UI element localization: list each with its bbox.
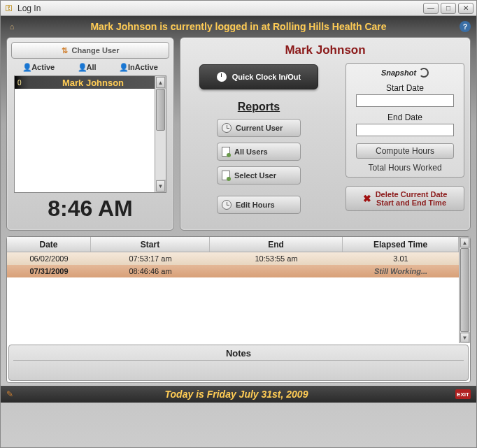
change-user-button[interactable]: ⇅ Change User [11, 42, 169, 59]
user-list-scrollbar[interactable]: ▲ ▼ [155, 76, 166, 192]
snapshot-column: Snapshot Start Date End Date Compute Hou… [346, 63, 464, 214]
scroll-down-icon[interactable]: ▼ [156, 180, 165, 192]
footer-icon: ✎ [6, 389, 17, 399]
edit-hours-label: Edit Hours [236, 201, 275, 209]
home-icon[interactable]: ⌂ [6, 21, 17, 32]
main-panel: Mark Johnson Quick Clock In/Out Reports … [180, 37, 471, 231]
footer-text: Today is Friday July 31st, 2009 [17, 389, 455, 400]
time-table: Date Start End Elapsed Time 06/02/2009 0… [6, 236, 471, 383]
footer: ✎ Today is Friday July 31st, 2009 EXIT [1, 386, 476, 403]
person-icon: 👤 [119, 63, 126, 71]
scroll-up-icon[interactable]: ▲ [156, 77, 165, 88]
titlebar: ⚿ Log In — □ ✕ [1, 1, 476, 16]
current-user-button[interactable]: Current User [217, 119, 301, 137]
td-elapsed: Still Working... [343, 267, 459, 275]
user-list-row-selected[interactable]: 0 Mark Johnson [15, 76, 155, 89]
delete-current-button[interactable]: ✖ Delete Current Date Start and End Time [346, 186, 464, 211]
td-start: 08:46:46 am [91, 267, 210, 275]
user-panel: ⇅ Change User 👤 Active 👤 All 👤 InActive [6, 37, 174, 231]
help-icon[interactable]: ? [460, 21, 471, 32]
filter-all-label: All [87, 63, 97, 71]
person-icon: 👤 [78, 63, 85, 71]
banner-text: Mark Johnson is currently logged in at R… [17, 21, 460, 32]
key-icon: ⚿ [3, 4, 15, 13]
scroll-thumb[interactable] [460, 248, 469, 332]
filter-all[interactable]: 👤 All [78, 63, 97, 71]
reports-title: Reports [238, 101, 280, 113]
th-elapsed[interactable]: Elapsed Time [343, 237, 459, 252]
quick-clock-button[interactable]: Quick Clock In/Out [199, 64, 318, 89]
user-row-index: 0 [17, 79, 31, 87]
filter-active[interactable]: 👤 Active [22, 63, 55, 71]
users-icon: ⇅ [62, 46, 68, 55]
td-start: 07:53:17 am [91, 254, 210, 263]
actions-column: Quick Clock In/Out Reports Current User … [186, 63, 332, 214]
quick-clock-label: Quick Clock In/Out [232, 73, 301, 81]
td-date: 07/31/2009 [7, 267, 91, 275]
document-icon [222, 171, 230, 180]
document-icon [222, 147, 230, 157]
scroll-thumb[interactable] [156, 89, 165, 131]
td-date: 06/02/2009 [7, 254, 91, 263]
change-user-label: Change User [72, 46, 120, 55]
current-user-label: Current User [236, 124, 283, 132]
delete-line2: Start and End Time [376, 198, 448, 207]
delete-label: Delete Current Date Start and End Time [376, 190, 448, 207]
banner: ⌂ Mark Johnson is currently logged in at… [6, 19, 471, 34]
delete-line1: Delete Current Date [376, 190, 448, 198]
end-date-input[interactable] [356, 124, 454, 136]
snapshot-title: Snapshot [381, 68, 429, 78]
table-scrollbar[interactable]: ▲ ▼ [459, 237, 470, 343]
exit-button[interactable]: EXIT [455, 389, 471, 399]
table-header: Date Start End Elapsed Time [7, 237, 459, 252]
total-hours-label: Total Hours Worked [368, 163, 441, 173]
person-icon: 👤 [22, 63, 29, 71]
delete-icon: ✖ [363, 193, 371, 204]
window-title: Log In [17, 3, 41, 13]
select-user-button[interactable]: Select User [217, 166, 301, 185]
user-list[interactable]: 0 Mark Johnson ▲ ▼ [14, 75, 166, 193]
table-row[interactable]: 06/02/2009 07:53:17 am 10:53:55 am 3.01 [7, 252, 459, 265]
filter-active-label: Active [31, 63, 55, 71]
th-end[interactable]: End [210, 237, 343, 252]
notes-area[interactable] [13, 361, 464, 377]
start-date-label: Start Date [386, 83, 424, 93]
scroll-down-icon[interactable]: ▼ [460, 333, 469, 342]
minimize-button[interactable]: — [423, 3, 439, 14]
scroll-up-icon[interactable]: ▲ [460, 238, 469, 247]
all-users-label: All Users [234, 147, 268, 156]
close-button[interactable]: ✕ [458, 3, 474, 14]
user-row-name: Mark Johnson [31, 78, 155, 88]
th-date[interactable]: Date [7, 237, 91, 252]
edit-hours-button[interactable]: Edit Hours [217, 196, 301, 214]
maximize-button[interactable]: □ [441, 3, 456, 14]
app-window: ⚿ Log In — □ ✕ ⌂ Mark Johnson is current… [0, 0, 477, 448]
app-body: ⌂ Mark Johnson is currently logged in at… [1, 16, 476, 447]
compute-hours-button[interactable]: Compute Hours [356, 143, 454, 159]
filter-inactive-label: InActive [128, 63, 158, 71]
snapshot-box: Snapshot Start Date End Date Compute Hou… [346, 63, 464, 178]
filter-inactive[interactable]: 👤 InActive [119, 63, 158, 71]
clock-icon [222, 200, 232, 210]
start-date-input[interactable] [356, 94, 454, 107]
filter-row: 👤 Active 👤 All 👤 InActive [11, 62, 169, 73]
all-users-button[interactable]: All Users [217, 143, 301, 161]
current-time: 8:46 AM [11, 196, 169, 222]
th-start[interactable]: Start [91, 237, 210, 252]
notes-panel: Notes [8, 345, 469, 381]
clock-icon [222, 123, 232, 133]
notes-title: Notes [13, 348, 464, 361]
td-end: 10:53:55 am [210, 254, 343, 263]
end-date-label: End Date [387, 113, 422, 122]
refresh-icon[interactable] [419, 68, 429, 78]
td-elapsed: 3.01 [343, 254, 459, 263]
clock-icon [217, 72, 227, 82]
snapshot-title-label: Snapshot [381, 68, 416, 77]
select-user-label: Select User [234, 171, 276, 180]
main-header: Mark Johnson [186, 43, 464, 57]
table-row[interactable]: 07/31/2009 08:46:46 am Still Working... [7, 265, 459, 277]
